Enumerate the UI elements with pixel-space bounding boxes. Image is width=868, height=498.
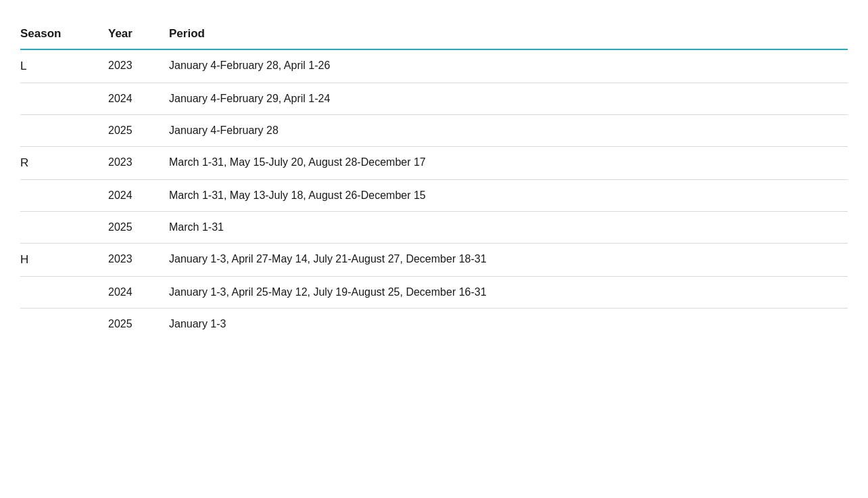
season-cell: [20, 83, 108, 115]
period-cell: January 1-3, April 25-May 12, July 19-Au…: [169, 277, 848, 309]
table-row: 2024January 4-February 29, April 1-24: [20, 83, 848, 115]
year-cell: 2024: [108, 180, 169, 212]
period-cell: January 1-3: [169, 309, 848, 340]
year-cell: 2023: [108, 49, 169, 83]
period-cell: January 4-February 28: [169, 115, 848, 147]
season-cell: H: [20, 244, 108, 277]
period-cell: January 1-3, April 27-May 14, July 21-Au…: [169, 244, 848, 277]
table-row: R2023March 1-31, May 15-July 20, August …: [20, 147, 848, 180]
period-cell: March 1-31, May 13-July 18, August 26-De…: [169, 180, 848, 212]
seasons-table: Season Year Period L2023January 4-Februa…: [20, 20, 848, 340]
header-year: Year: [108, 20, 169, 49]
season-cell: [20, 115, 108, 147]
header-season: Season: [20, 20, 108, 49]
table-row: 2024January 1-3, April 25-May 12, July 1…: [20, 277, 848, 309]
season-cell: L: [20, 49, 108, 83]
table-container: Season Year Period L2023January 4-Februa…: [20, 14, 848, 340]
year-cell: 2023: [108, 244, 169, 277]
season-cell: [20, 180, 108, 212]
table-row: L2023January 4-February 28, April 1-26: [20, 49, 848, 83]
season-cell: [20, 309, 108, 340]
year-cell: 2024: [108, 83, 169, 115]
period-cell: March 1-31: [169, 212, 848, 244]
table-row: 2025January 1-3: [20, 309, 848, 340]
table-row: 2025March 1-31: [20, 212, 848, 244]
table-row: 2024March 1-31, May 13-July 18, August 2…: [20, 180, 848, 212]
season-cell: [20, 277, 108, 309]
year-cell: 2025: [108, 212, 169, 244]
year-cell: 2023: [108, 147, 169, 180]
header-period: Period: [169, 20, 848, 49]
season-cell: [20, 212, 108, 244]
table-row: H2023January 1-3, April 27-May 14, July …: [20, 244, 848, 277]
period-cell: January 4-February 29, April 1-24: [169, 83, 848, 115]
season-cell: R: [20, 147, 108, 180]
table-row: 2025January 4-February 28: [20, 115, 848, 147]
year-cell: 2025: [108, 115, 169, 147]
period-cell: January 4-February 28, April 1-26: [169, 49, 848, 83]
year-cell: 2025: [108, 309, 169, 340]
year-cell: 2024: [108, 277, 169, 309]
period-cell: March 1-31, May 15-July 20, August 28-De…: [169, 147, 848, 180]
